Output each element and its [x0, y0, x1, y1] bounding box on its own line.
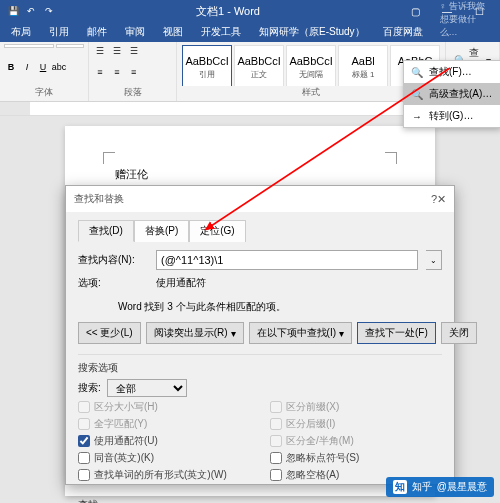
highlight-button[interactable]: 阅读突出显示(R) ▾ — [146, 322, 244, 344]
search-options-label: 搜索选项 — [78, 361, 442, 375]
doc-line[interactable]: 赠汪伦 — [115, 166, 385, 184]
style-item[interactable]: AaBbCcI引用 — [182, 45, 232, 86]
font-family-select[interactable] — [4, 44, 54, 48]
editing-group: 🔍 查找 ▾ 🔍查找(F)… 🔍高级查找(A)… →转到(G)… — [446, 42, 500, 101]
quick-access-toolbar: 💾 ↶ ↷ — [6, 4, 56, 18]
checkbox-row: 区分前缀(X) — [270, 400, 442, 414]
align-center-icon[interactable]: ≡ — [110, 65, 124, 79]
redo-icon[interactable]: ↷ — [42, 4, 56, 18]
search-icon: 🔍 — [410, 87, 424, 101]
tab-references[interactable]: 引用 — [40, 22, 78, 42]
option-checkbox[interactable] — [78, 469, 90, 481]
style-item[interactable]: AaBl标题 1 — [338, 45, 388, 86]
underline-icon[interactable]: U — [36, 60, 50, 74]
close-button[interactable]: 关闭 — [441, 322, 477, 344]
tell-me[interactable]: ♀ 告诉我您想要做什么… — [432, 0, 498, 42]
align-right-icon[interactable]: ≡ — [127, 65, 141, 79]
tab-replace[interactable]: 替换(P) — [134, 220, 189, 242]
less-button[interactable]: << 更少(L) — [78, 322, 141, 344]
tab-view[interactable]: 视图 — [154, 22, 192, 42]
margin-marker — [385, 152, 397, 164]
option-checkbox[interactable] — [270, 469, 282, 481]
option-checkbox — [78, 401, 90, 413]
numbering-icon[interactable]: ☰ — [110, 44, 124, 58]
dialog-titlebar[interactable]: 查找和替换 ?✕ — [66, 186, 454, 212]
tab-review[interactable]: 审阅 — [116, 22, 154, 42]
paragraph-group: ☰ ☰ ☰ ≡ ≡ ≡ 段落 — [89, 42, 177, 101]
checkbox-row: 区分全/半角(M) — [270, 434, 442, 448]
find-menu-item[interactable]: 🔍查找(F)… — [404, 61, 500, 83]
checkbox-label: 忽略标点符号(S) — [286, 451, 359, 465]
options-value: 使用通配符 — [156, 276, 206, 290]
dialog-tabs: 查找(D) 替换(P) 定位(G) — [78, 220, 442, 242]
save-icon[interactable]: 💾 — [6, 4, 20, 18]
checkbox-row: 忽略标点符号(S) — [270, 451, 442, 465]
tab-layout[interactable]: 布局 — [2, 22, 40, 42]
find-content-label: 查找内容(N): — [78, 253, 148, 267]
checkbox-label: 全字匹配(Y) — [94, 417, 147, 431]
checkbox-row: 查找单词的所有形式(英文)(W) — [78, 468, 250, 482]
style-item[interactable]: AaBbCcI无间隔 — [286, 45, 336, 86]
checkbox-label: 区分前缀(X) — [286, 400, 339, 414]
close-icon[interactable]: ✕ — [437, 193, 446, 205]
watermark: 知 知乎 @晨星晨意 — [386, 477, 494, 497]
find-dropdown: 🔍查找(F)… 🔍高级查找(A)… →转到(G)… — [403, 60, 500, 128]
result-message: Word 找到 3 个与此条件相匹配的项。 — [118, 300, 442, 314]
undo-icon[interactable]: ↶ — [24, 4, 38, 18]
checkbox-label: 同音(英文)(K) — [94, 451, 154, 465]
font-group: B I U abc 字体 — [0, 42, 89, 101]
options-label: 选项: — [78, 276, 148, 290]
search-direction-select[interactable]: 全部 — [107, 379, 187, 397]
checkbox-row: 同音(英文)(K) — [78, 451, 250, 465]
style-item[interactable]: AaBbCcI正文 — [234, 45, 284, 86]
dialog-title: 查找和替换 — [74, 192, 124, 206]
option-checkbox — [270, 418, 282, 430]
find-next-button[interactable]: 查找下一处(F) — [357, 322, 436, 344]
align-left-icon[interactable]: ≡ — [93, 65, 107, 79]
tab-estudy[interactable]: 知网研学（原E-Study） — [250, 22, 374, 42]
font-group-label: 字体 — [4, 86, 84, 99]
tab-mailings[interactable]: 邮件 — [78, 22, 116, 42]
find-in-button[interactable]: 在以下项中查找(I) ▾ — [249, 322, 352, 344]
window-title: 文档1 - Word — [56, 4, 400, 19]
advanced-find-menu-item[interactable]: 🔍高级查找(A)… — [404, 83, 500, 105]
bold-icon[interactable]: B — [4, 60, 18, 74]
option-checkbox — [270, 401, 282, 413]
option-checkbox — [78, 418, 90, 430]
tab-baidu[interactable]: 百度网盘 — [374, 22, 432, 42]
checkbox-row: 使用通配符(U) — [78, 434, 250, 448]
option-checkbox[interactable] — [78, 452, 90, 464]
dialog-buttons: << 更少(L) 阅读突出显示(R) ▾ 在以下项中查找(I) ▾ 查找下一处(… — [78, 322, 442, 344]
ribbon-collapse-icon[interactable]: ▢ — [400, 6, 430, 17]
option-checkbox[interactable] — [78, 435, 90, 447]
margin-marker — [103, 152, 115, 164]
goto-menu-item[interactable]: →转到(G)… — [404, 105, 500, 127]
find-content-input[interactable] — [156, 250, 418, 270]
option-checkbox — [270, 435, 282, 447]
tab-find[interactable]: 查找(D) — [78, 220, 134, 242]
checkbox-label: 查找单词的所有形式(英文)(W) — [94, 468, 227, 482]
title-bar: 💾 ↶ ↷ 文档1 - Word ▢ — ☐ — [0, 0, 500, 22]
option-checkbox[interactable] — [270, 452, 282, 464]
italic-icon[interactable]: I — [20, 60, 34, 74]
checkbox-row: 全字匹配(Y) — [78, 417, 250, 431]
strike-icon[interactable]: abc — [52, 60, 66, 74]
ribbon: B I U abc 字体 ☰ ☰ ☰ ≡ ≡ ≡ 段落 AaBbCcI引用 Aa… — [0, 42, 500, 102]
checkbox-label: 区分后缀(I) — [286, 417, 335, 431]
dropdown-arrow-icon[interactable]: ⌄ — [426, 250, 442, 270]
find-replace-dialog: 查找和替换 ?✕ 查找(D) 替换(P) 定位(G) 查找内容(N): ⌄ 选项… — [65, 185, 455, 485]
bullets-icon[interactable]: ☰ — [93, 44, 107, 58]
tab-goto[interactable]: 定位(G) — [189, 220, 245, 242]
zhihu-logo-icon: 知 — [393, 480, 407, 494]
multilevel-icon[interactable]: ☰ — [127, 44, 141, 58]
checkbox-row: 区分大小写(H) — [78, 400, 250, 414]
checkbox-label: 区分大小写(H) — [94, 400, 158, 414]
find-section-label: 查找 — [78, 498, 442, 503]
search-options: 搜索选项 搜索: 全部 区分大小写(H)全字匹配(Y)使用通配符(U)同音(英文… — [78, 354, 442, 485]
arrow-right-icon: → — [410, 109, 424, 123]
tab-developer[interactable]: 开发工具 — [192, 22, 250, 42]
search-icon: 🔍 — [410, 65, 424, 79]
font-size-select[interactable] — [56, 44, 84, 48]
checkbox-row: 区分后缀(I) — [270, 417, 442, 431]
ribbon-tabs: 布局 引用 邮件 审阅 视图 开发工具 知网研学（原E-Study） 百度网盘 … — [0, 22, 500, 42]
